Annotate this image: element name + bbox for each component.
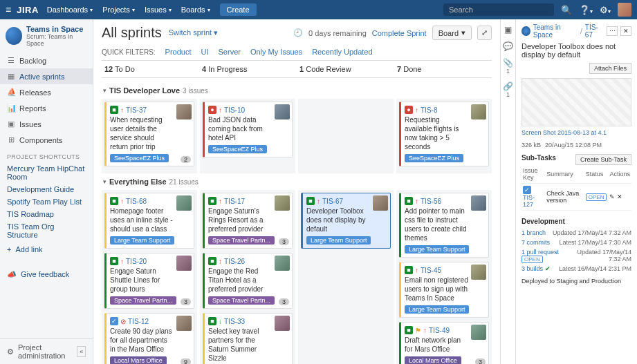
assignee-avatar[interactable] [471,325,486,340]
nav-issues[interactable]: Issues▾ [145,6,172,14]
nav-boards[interactable]: Boards▾ [181,6,210,14]
assignee-avatar[interactable] [471,265,486,280]
shortcut-link[interactable]: TIS Roadmap [0,208,93,220]
subtask-actions[interactable]: ✎ ✕ [608,184,631,211]
nav-projects[interactable]: Projects▾ [102,6,135,14]
shortcut-link[interactable]: Spotify Team Play List [0,195,93,208]
help-icon[interactable]: ❔▾ [579,5,593,15]
epic-label[interactable]: Local Mars Office [405,356,461,364]
board-column[interactable]: ■↑TIS-68Homepage footer uses an inline s… [102,190,197,364]
attachments-icon[interactable]: 📎 [503,58,513,68]
epic-label[interactable]: Large Team Support [405,245,469,253]
issue-key[interactable]: TIS-17 [224,198,245,205]
issue-key[interactable]: TIS-37 [126,106,147,114]
attach-files-button[interactable]: Attach Files [589,63,631,74]
detail-more-button[interactable]: ⋯ [607,26,618,36]
issue-key[interactable]: TIS-33 [224,318,245,325]
assignee-avatar[interactable] [373,195,388,211]
epic-label[interactable]: Large Team Support [405,305,469,314]
swimlane-header[interactable]: ▾ Everything Else 21 issues [102,173,492,190]
detail-issue-key[interactable]: TIS-67 [585,23,604,39]
board-column[interactable]: ■↑TIS-67Developer Toolbox does not displ… [298,190,394,364]
sidebar-item-backlog[interactable]: ☰Backlog [0,52,93,68]
epic-label[interactable]: SeeSpaceEZ Plus [208,145,267,153]
issue-card[interactable]: ■↑TIS-37When requesting user details the… [104,102,194,166]
epic-label[interactable]: Space Travel Partn... [208,236,275,245]
links-icon[interactable]: 🔗 [503,82,513,91]
project-header[interactable]: Teams in Space Scrum: Teams In Space [0,19,93,52]
issue-card[interactable]: ✓⊘TIS-12Create 90 day plans for all depa… [104,313,194,364]
app-switcher-icon[interactable]: ≡ [6,4,11,15]
shortcut-link[interactable]: Mercury Team HipChat Room [0,162,93,183]
epic-label[interactable]: Space Travel Partn... [110,296,176,305]
issue-card[interactable]: ■↑TIS-17Engage Saturn's Rings Resort as … [203,193,293,249]
epic-label[interactable]: Space Travel Partn... [208,296,275,305]
expand-button[interactable]: ⤢ [477,26,492,40]
issue-key[interactable]: TIS-8 [421,106,437,114]
attachment-thumbnail[interactable] [521,78,631,126]
sidebar-item-components[interactable]: ⊞Components [0,132,93,148]
assignee-avatar[interactable] [275,104,290,119]
subtask-key[interactable]: TIS-127 [523,194,535,208]
complete-sprint-link[interactable]: Complete Sprint [372,29,427,37]
issue-card[interactable]: ●↑TIS-10Bad JSON data coming back from h… [203,102,293,157]
board-menu-button[interactable]: Board▾ [432,26,472,40]
shortcut-link[interactable]: Development Guide [0,183,93,195]
epic-label[interactable]: Local Mars Office [110,356,167,364]
filter-product[interactable]: Product [165,48,192,56]
sidebar-item-issues[interactable]: ▣Issues [0,116,93,132]
sidebar-item-reports[interactable]: 📊Reports [0,100,93,116]
issue-key[interactable]: TIS-68 [126,198,147,205]
swimlane-header[interactable]: ▾ TIS Developer Love 3 issues [102,82,492,99]
issue-card[interactable]: ■↓TIS-33Select key travel partners for t… [203,313,293,364]
epic-label[interactable]: SeeSpaceEZ Plus [110,154,169,162]
assignee-avatar[interactable] [471,104,486,119]
switch-sprint-link[interactable]: Switch sprint ▾ [169,28,218,37]
create-subtask-button[interactable]: Create Sub-Task [575,154,631,165]
epic-label[interactable]: Large Team Support [110,236,174,245]
assignee-avatar[interactable] [275,195,290,211]
project-admin-link[interactable]: Project administration [18,343,73,360]
give-feedback[interactable]: 📣Give feedback [0,263,93,286]
nav-dashboards[interactable]: Dashboards▾ [47,6,93,14]
issue-card[interactable]: ■↑TIS-20Engage Saturn Shuttle Lines for … [104,253,194,309]
board-column[interactable]: ■↑TIS-56Add pointer to main css file to … [396,190,492,364]
filter-recently-updated[interactable]: Recently Updated [312,48,372,56]
filter-server[interactable]: Server [219,48,241,56]
assignee-avatar[interactable] [471,195,486,211]
settings-icon[interactable]: ⚙▾ [600,5,611,15]
detail-close-button[interactable]: ✕ [620,26,631,36]
board-column[interactable]: ●↑TIS-8Requesting available flights is n… [396,99,492,173]
issue-key[interactable]: TIS-12 [128,318,149,325]
epic-label[interactable]: Large Team Support [306,236,371,245]
filter-only-my-issues[interactable]: Only My Issues [250,48,302,56]
issue-key[interactable]: TIS-26 [224,258,245,265]
issue-card[interactable]: ■↑TIS-45Email non registered users to si… [399,262,489,318]
development-row[interactable]: 1 pull request OPENUpdated 17/May/14 7:3… [521,247,631,264]
global-search-input[interactable] [443,3,554,16]
development-row[interactable]: 7 commitsLatest 17/May/14 7:30 AM [521,238,631,247]
sidebar-item-releases[interactable]: ⛵Releases [0,84,93,100]
issue-card[interactable]: ■↑TIS-56Add pointer to main css file to … [399,193,489,258]
create-button[interactable]: Create [220,3,257,16]
issue-card[interactable]: ■↑TIS-26Engage the Red Titan Hotel as a … [203,253,293,309]
issue-key[interactable]: TIS-49 [429,327,450,334]
assignee-avatar[interactable] [275,256,290,271]
detail-project-link[interactable]: Teams in Space [533,23,578,39]
shortcut-link[interactable]: TIS Team Org Structure [0,220,93,241]
board-column[interactable]: ●↑TIS-10Bad JSON data coming back from h… [200,99,295,173]
jira-logo[interactable]: JIRA [17,5,39,15]
comments-icon[interactable]: 💬 [503,41,513,51]
issue-key[interactable]: TIS-67 [322,198,343,205]
issue-card[interactable]: ■⚑↑TIS-49Draft network plan for Mars Off… [399,322,489,364]
assignee-avatar[interactable] [176,256,192,271]
sidebar-item-active-sprints[interactable]: ▦Active sprints [0,68,93,84]
user-avatar[interactable] [618,3,631,17]
board-column[interactable] [298,99,394,173]
board-column[interactable]: ■↑TIS-37When requesting user details the… [102,99,197,173]
assignee-avatar[interactable] [176,316,192,331]
sidebar-collapse-button[interactable]: « [77,346,86,357]
issue-card[interactable]: ■↑TIS-67Developer Toolbox does not displ… [301,193,391,249]
issue-key[interactable]: TIS-20 [126,258,147,265]
assignee-avatar[interactable] [275,316,290,331]
